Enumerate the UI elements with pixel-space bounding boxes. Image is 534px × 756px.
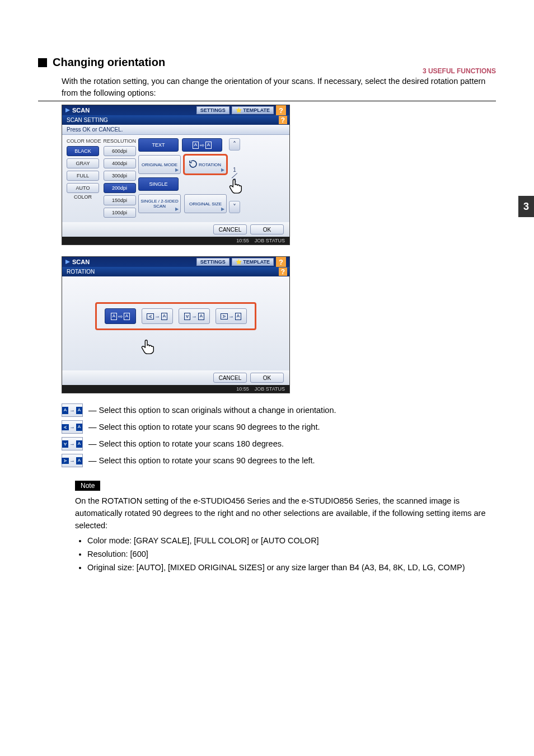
- single-button[interactable]: SINGLE: [138, 177, 179, 191]
- legend-text-90r: — Select this option to rotate your scan…: [88, 422, 320, 431]
- instruction-text: Press OK or CANCEL.: [62, 125, 289, 135]
- status-bar: 10:55 JOB STATUS: [62, 237, 289, 245]
- legend-text-none: — Select this option to scan originals w…: [88, 406, 336, 415]
- help-icon[interactable]: ?: [279, 116, 287, 124]
- color-mode-black[interactable]: BLACK: [67, 146, 99, 156]
- note-bullet-2: Resolution: [600]: [87, 548, 496, 561]
- section-intro: With the rotation setting, you can chang…: [62, 76, 496, 99]
- rotation-preview[interactable]: A⇨A: [182, 138, 222, 152]
- color-mode-column: COLOR MODE BLACK GRAY SCALE FULL COLOR A…: [67, 138, 101, 218]
- note-block: Note On the ROTATION setting of the e-ST…: [75, 481, 496, 574]
- note-body: On the ROTATION setting of the e-STUDIO4…: [75, 495, 496, 532]
- window-title: SCAN: [72, 107, 90, 114]
- settings-button[interactable]: SETTINGS: [196, 106, 229, 114]
- scan-arrow-icon: [65, 108, 70, 112]
- color-mode-grayscale[interactable]: GRAY SCALE: [67, 158, 99, 168]
- rotation-90-left[interactable]: A→A: [216, 308, 247, 324]
- settings-button[interactable]: SETTINGS: [196, 258, 229, 266]
- window-titlebar: SCAN SETTINGS ⭐ TEMPLATE ?: [62, 257, 289, 267]
- legend-icon-180: A→A: [62, 437, 83, 450]
- status-time: 10:55: [236, 386, 249, 392]
- rotate-arrow-icon: [188, 159, 198, 169]
- legend-icon-90r: A→A: [62, 420, 83, 434]
- rotation-90-right[interactable]: A→A: [142, 308, 173, 324]
- note-label: Note: [75, 481, 100, 491]
- resolution-150[interactable]: 150dpi: [104, 195, 136, 205]
- scan-arrow-icon: [65, 260, 70, 264]
- template-button[interactable]: ⭐ TEMPLATE: [232, 258, 274, 266]
- cancel-button[interactable]: CANCEL: [213, 224, 247, 234]
- window-subtitle: SCAN SETTING: [67, 117, 108, 123]
- note-bullet-3: Original size: [AUTO], [MIXED ORIGINAL S…: [87, 562, 496, 574]
- legend-text-180: — Select this option to rotate your scan…: [88, 439, 284, 448]
- window-subtitle-bar: ROTATION ?: [62, 267, 289, 276]
- job-status-button[interactable]: JOB STATUS: [255, 386, 285, 392]
- square-bullet-icon: [38, 58, 47, 67]
- cancel-button[interactable]: CANCEL: [213, 373, 247, 383]
- chapter-header: 3 USEFUL FUNCTIONS: [423, 67, 496, 75]
- ok-button[interactable]: OK: [250, 373, 284, 383]
- pointer-hand-icon: [139, 338, 156, 355]
- page-indicator: 1╱3: [233, 167, 236, 184]
- note-bullet-1: Color mode: [GRAY SCALE], [FULL COLOR] o…: [87, 535, 496, 547]
- help-icon[interactable]: ?: [276, 105, 286, 115]
- page-scroll: ˄ 1╱3 ˅: [229, 138, 240, 218]
- screenshot-rotation: SCAN SETTINGS ⭐ TEMPLATE ? ROTATION ? A⇨…: [62, 256, 290, 393]
- rotation-legend: A→A — Select this option to scan origina…: [62, 403, 496, 467]
- original-mode-button[interactable]: ORIGINAL MODE▶: [138, 155, 181, 174]
- rotation-button[interactable]: ROTATION▶: [184, 155, 227, 174]
- original-size-button[interactable]: ORIGINAL SIZE▶: [184, 194, 227, 213]
- header-rule: [38, 101, 496, 101]
- help-icon[interactable]: ?: [279, 267, 287, 276]
- window-title: SCAN: [72, 259, 90, 265]
- status-time: 10:55: [236, 238, 249, 243]
- section-title-text: Changing orientation: [53, 56, 165, 69]
- scroll-down-button[interactable]: ˅: [229, 201, 240, 213]
- color-mode-fullcolor[interactable]: FULL COLOR: [67, 171, 99, 181]
- chapter-tab: 3: [518, 196, 534, 217]
- rotation-options-group: A⇨A A→A A→A A→A: [95, 302, 256, 330]
- legend-icon-90l: A→A: [62, 454, 83, 467]
- rotation-none[interactable]: A⇨A: [105, 308, 136, 324]
- resolution-300[interactable]: 300dpi: [104, 171, 136, 181]
- window-titlebar: SCAN SETTINGS ⭐ TEMPLATE ?: [62, 105, 289, 115]
- single-2sided-button[interactable]: SINGLE / 2-SIDED SCAN▶: [138, 194, 181, 213]
- job-status-button[interactable]: JOB STATUS: [255, 238, 285, 243]
- legend-icon-none: A→A: [62, 403, 83, 417]
- help-icon[interactable]: ?: [276, 257, 286, 267]
- legend-text-90l: — Select this option to rotate your scan…: [88, 456, 315, 465]
- status-bar: 10:55 JOB STATUS: [62, 385, 289, 393]
- resolution-label: RESOLUTION: [104, 138, 137, 144]
- resolution-200[interactable]: 200dpi: [104, 183, 136, 193]
- window-subtitle: ROTATION: [67, 269, 95, 275]
- ok-button[interactable]: OK: [250, 224, 284, 234]
- color-mode-autocolor[interactable]: AUTO COLOR: [67, 183, 99, 193]
- resolution-column: RESOLUTION 600dpi 400dpi 300dpi 200dpi 1…: [104, 138, 137, 218]
- scroll-up-button[interactable]: ˄: [229, 138, 240, 151]
- resolution-100[interactable]: 100dpi: [104, 208, 136, 218]
- window-subtitle-bar: SCAN SETTING ?: [62, 115, 289, 125]
- text-button[interactable]: TEXT: [138, 138, 179, 152]
- dialog-footer: CANCEL OK: [62, 370, 289, 385]
- resolution-600[interactable]: 600dpi: [104, 146, 136, 156]
- color-mode-label: COLOR MODE: [67, 138, 101, 144]
- rotation-180[interactable]: A→A: [179, 308, 210, 324]
- template-button[interactable]: ⭐ TEMPLATE: [232, 106, 274, 114]
- screenshot-scan-setting: SCAN SETTINGS ⭐ TEMPLATE ? SCAN SETTING …: [62, 105, 290, 245]
- resolution-400[interactable]: 400dpi: [104, 158, 136, 168]
- dialog-footer: CANCEL OK: [62, 222, 289, 237]
